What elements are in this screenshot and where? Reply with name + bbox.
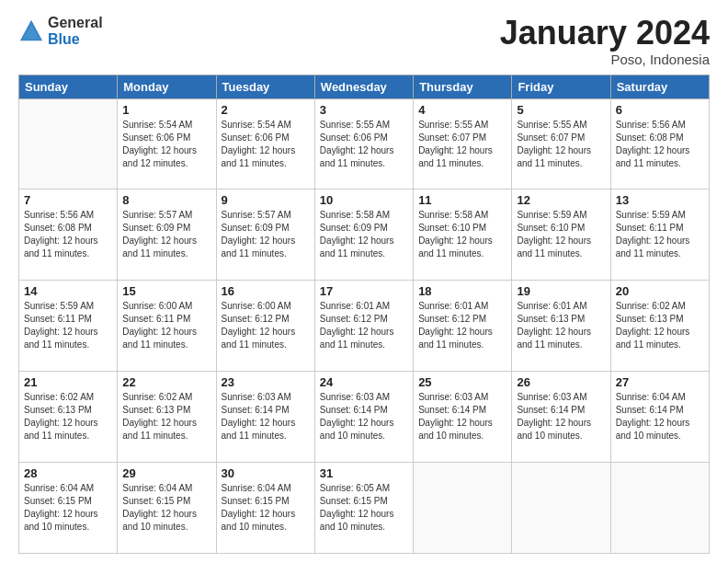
day-info: Sunrise: 5:56 AM Sunset: 6:08 PM Dayligh… — [24, 209, 112, 260]
page-header: General Blue January 2024 Poso, Indonesi… — [18, 15, 710, 67]
day-number: 30 — [222, 466, 310, 480]
day-number: 6 — [616, 103, 704, 117]
table-row: 20Sunrise: 6:02 AM Sunset: 6:13 PM Dayli… — [610, 281, 709, 372]
title-block: January 2024 Poso, Indonesia — [500, 15, 710, 67]
table-row — [512, 463, 610, 554]
header-monday: Monday — [118, 75, 216, 98]
day-number: 4 — [418, 103, 506, 117]
day-info: Sunrise: 6:03 AM Sunset: 6:14 PM Dayligh… — [222, 391, 310, 442]
header-tuesday: Tuesday — [216, 75, 314, 98]
table-row: 7Sunrise: 5:56 AM Sunset: 6:08 PM Daylig… — [19, 190, 118, 281]
table-row: 19Sunrise: 6:01 AM Sunset: 6:13 PM Dayli… — [512, 281, 610, 372]
day-info: Sunrise: 5:55 AM Sunset: 6:07 PM Dayligh… — [418, 119, 506, 170]
day-number: 31 — [320, 466, 408, 480]
day-info: Sunrise: 5:56 AM Sunset: 6:08 PM Dayligh… — [616, 119, 704, 170]
logo: General Blue — [18, 15, 103, 47]
day-number: 1 — [122, 103, 210, 117]
week-row-5: 28Sunrise: 6:04 AM Sunset: 6:15 PM Dayli… — [19, 463, 710, 554]
table-row: 16Sunrise: 6:00 AM Sunset: 6:12 PM Dayli… — [216, 281, 314, 372]
day-number: 15 — [122, 284, 210, 298]
table-row: 22Sunrise: 6:02 AM Sunset: 6:13 PM Dayli… — [118, 372, 216, 463]
day-info: Sunrise: 5:57 AM Sunset: 6:09 PM Dayligh… — [122, 209, 210, 260]
table-row: 18Sunrise: 6:01 AM Sunset: 6:12 PM Dayli… — [414, 281, 512, 372]
table-row — [414, 463, 512, 554]
day-info: Sunrise: 5:57 AM Sunset: 6:09 PM Dayligh… — [222, 209, 310, 260]
table-row: 8Sunrise: 5:57 AM Sunset: 6:09 PM Daylig… — [118, 190, 216, 281]
day-info: Sunrise: 6:03 AM Sunset: 6:14 PM Dayligh… — [320, 391, 408, 442]
day-info: Sunrise: 6:04 AM Sunset: 6:15 PM Dayligh… — [24, 482, 112, 534]
table-row: 26Sunrise: 6:03 AM Sunset: 6:14 PM Dayli… — [512, 372, 610, 463]
logo-text: General Blue — [48, 15, 103, 47]
table-row: 3Sunrise: 5:55 AM Sunset: 6:06 PM Daylig… — [314, 98, 413, 190]
day-info: Sunrise: 5:59 AM Sunset: 6:11 PM Dayligh… — [24, 300, 112, 351]
header-thursday: Thursday — [414, 75, 512, 98]
day-number: 17 — [320, 284, 408, 298]
table-row: 28Sunrise: 6:04 AM Sunset: 6:15 PM Dayli… — [19, 463, 118, 554]
week-row-1: 1Sunrise: 5:54 AM Sunset: 6:06 PM Daylig… — [19, 98, 710, 190]
day-info: Sunrise: 6:04 AM Sunset: 6:15 PM Dayligh… — [222, 482, 310, 534]
day-number: 20 — [616, 284, 704, 298]
week-row-3: 14Sunrise: 5:59 AM Sunset: 6:11 PM Dayli… — [19, 281, 710, 372]
day-info: Sunrise: 5:58 AM Sunset: 6:09 PM Dayligh… — [320, 209, 408, 260]
header-sunday: Sunday — [19, 75, 118, 98]
table-row: 13Sunrise: 5:59 AM Sunset: 6:11 PM Dayli… — [610, 190, 709, 281]
table-row: 17Sunrise: 6:01 AM Sunset: 6:12 PM Dayli… — [314, 281, 413, 372]
day-info: Sunrise: 6:04 AM Sunset: 6:14 PM Dayligh… — [616, 391, 704, 442]
table-row: 1Sunrise: 5:54 AM Sunset: 6:06 PM Daylig… — [118, 98, 216, 190]
logo-blue-text: Blue — [48, 31, 103, 48]
day-info: Sunrise: 6:00 AM Sunset: 6:12 PM Dayligh… — [222, 300, 310, 351]
day-info: Sunrise: 6:05 AM Sunset: 6:15 PM Dayligh… — [320, 482, 408, 534]
table-row: 2Sunrise: 5:54 AM Sunset: 6:06 PM Daylig… — [216, 98, 314, 190]
calendar-header-row: Sunday Monday Tuesday Wednesday Thursday… — [19, 75, 710, 98]
calendar-table: Sunday Monday Tuesday Wednesday Thursday… — [18, 75, 710, 554]
logo-icon — [18, 18, 44, 44]
day-info: Sunrise: 6:03 AM Sunset: 6:14 PM Dayligh… — [418, 391, 506, 442]
day-info: Sunrise: 6:00 AM Sunset: 6:11 PM Dayligh… — [122, 300, 210, 351]
day-number: 13 — [616, 193, 704, 207]
week-row-2: 7Sunrise: 5:56 AM Sunset: 6:08 PM Daylig… — [19, 190, 710, 281]
table-row: 5Sunrise: 5:55 AM Sunset: 6:07 PM Daylig… — [512, 98, 610, 190]
day-number: 28 — [24, 466, 112, 480]
day-number: 21 — [24, 375, 112, 389]
day-number: 12 — [517, 193, 605, 207]
day-number: 29 — [122, 466, 210, 480]
day-number: 7 — [24, 193, 112, 207]
table-row: 9Sunrise: 5:57 AM Sunset: 6:09 PM Daylig… — [216, 190, 314, 281]
table-row: 31Sunrise: 6:05 AM Sunset: 6:15 PM Dayli… — [314, 463, 413, 554]
day-number: 9 — [222, 193, 310, 207]
day-info: Sunrise: 6:01 AM Sunset: 6:12 PM Dayligh… — [418, 300, 506, 351]
day-number: 11 — [418, 193, 506, 207]
table-row: 12Sunrise: 5:59 AM Sunset: 6:10 PM Dayli… — [512, 190, 610, 281]
header-saturday: Saturday — [610, 75, 709, 98]
calendar-page: General Blue January 2024 Poso, Indonesi… — [0, 0, 728, 563]
month-year-title: January 2024 — [500, 15, 710, 52]
day-number: 22 — [122, 375, 210, 389]
table-row — [610, 463, 709, 554]
day-number: 3 — [320, 103, 408, 117]
day-info: Sunrise: 6:02 AM Sunset: 6:13 PM Dayligh… — [616, 300, 704, 351]
day-number: 24 — [320, 375, 408, 389]
location-title: Poso, Indonesia — [500, 52, 710, 67]
day-number: 8 — [122, 193, 210, 207]
day-info: Sunrise: 6:02 AM Sunset: 6:13 PM Dayligh… — [122, 391, 210, 442]
table-row: 21Sunrise: 6:02 AM Sunset: 6:13 PM Dayli… — [19, 372, 118, 463]
day-info: Sunrise: 5:59 AM Sunset: 6:10 PM Dayligh… — [517, 209, 605, 260]
table-row: 15Sunrise: 6:00 AM Sunset: 6:11 PM Dayli… — [118, 281, 216, 372]
day-info: Sunrise: 6:04 AM Sunset: 6:15 PM Dayligh… — [122, 482, 210, 534]
day-number: 10 — [320, 193, 408, 207]
logo-general-text: General — [48, 15, 103, 31]
table-row: 4Sunrise: 5:55 AM Sunset: 6:07 PM Daylig… — [414, 98, 512, 190]
day-number: 19 — [517, 284, 605, 298]
table-row: 10Sunrise: 5:58 AM Sunset: 6:09 PM Dayli… — [314, 190, 413, 281]
day-info: Sunrise: 5:58 AM Sunset: 6:10 PM Dayligh… — [418, 209, 506, 260]
day-info: Sunrise: 5:54 AM Sunset: 6:06 PM Dayligh… — [222, 119, 310, 170]
week-row-4: 21Sunrise: 6:02 AM Sunset: 6:13 PM Dayli… — [19, 372, 710, 463]
day-number: 2 — [222, 103, 310, 117]
table-row: 14Sunrise: 5:59 AM Sunset: 6:11 PM Dayli… — [19, 281, 118, 372]
day-number: 18 — [418, 284, 506, 298]
table-row: 25Sunrise: 6:03 AM Sunset: 6:14 PM Dayli… — [414, 372, 512, 463]
day-number: 16 — [222, 284, 310, 298]
table-row — [19, 98, 118, 190]
day-info: Sunrise: 6:03 AM Sunset: 6:14 PM Dayligh… — [517, 391, 605, 442]
day-info: Sunrise: 6:01 AM Sunset: 6:12 PM Dayligh… — [320, 300, 408, 351]
